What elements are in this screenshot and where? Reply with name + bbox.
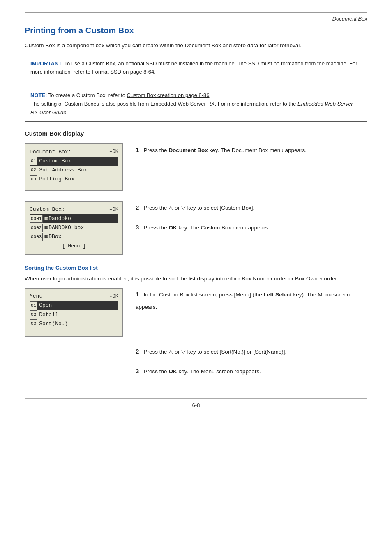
lcd1-text-2: Sub Address Box	[39, 166, 87, 175]
lcd3-num-1: 01	[30, 301, 37, 310]
lcd1-ok-icon: ✦OK	[109, 148, 118, 156]
page: Document Box Printing from a Custom Box …	[0, 0, 392, 555]
note-label: NOTE:	[30, 92, 47, 98]
footer: 6-8	[25, 398, 367, 408]
step1-text: 1 Press the Document Box key. The Docume…	[136, 145, 367, 158]
lcd1-text-1: Custom Box	[39, 157, 71, 166]
header-rule	[25, 12, 367, 13]
sorting-steps-container: 1 In the Custom Box list screen, press […	[136, 288, 367, 318]
step1-bold: Document Box	[168, 147, 208, 153]
lcd3-header: Menu: ✦OK	[30, 292, 118, 301]
step2-num: 2	[136, 203, 139, 213]
note-link1[interactable]: Custom Box creation on page 8-86	[127, 92, 210, 98]
note-text3: .	[66, 109, 68, 116]
lcd3-row: Menu: ✦OK 01 Open 02 Detail 03 Sort(No.)	[25, 288, 367, 336]
sorting-title: Sorting the Custom Box list	[25, 265, 367, 271]
sorting-step2-num: 2	[136, 347, 139, 356]
chapter-title: Document Box	[332, 16, 367, 22]
lcd1-header: Document Box: ✦OK	[30, 148, 118, 157]
lcd2-row: Custom Box: ✦OK 0001 ▦ Dandoko 0002 ▦ DA…	[25, 201, 367, 255]
lcd2-menu-text: [ Menu ]	[62, 242, 86, 250]
sorting-steps-23: 2 Press the △ or ▽ key to select [Sort(N…	[136, 347, 367, 386]
lcd3-text-3: Sort(No.)	[39, 319, 68, 328]
sorting-step2-text: 2 Press the △ or ▽ key to select [Sort(N…	[136, 347, 367, 360]
lcd1-num-1: 01	[30, 157, 37, 165]
lcd1-row-1-selected: 01 Custom Box	[30, 157, 118, 166]
lcd2-icon-2: ▦	[44, 223, 48, 232]
step2-text: 2 Press the △ or ▽ key to select [Custom…	[136, 203, 367, 216]
lcd2-menu-bar: [ Menu ]	[30, 242, 118, 250]
lcd2-container: Custom Box: ✦OK 0001 ▦ Dandoko 0002 ▦ DA…	[25, 201, 123, 255]
lcd3-text-1: Open	[39, 301, 52, 310]
important-label: IMPORTANT:	[30, 60, 63, 67]
important-link[interactable]: Format SSD on page 8-64	[92, 69, 154, 75]
lcd3-row-2: 02 Detail	[30, 310, 118, 319]
step1-num: 1	[136, 145, 139, 155]
lcd1-row-2: 02 Sub Address Box	[30, 166, 118, 175]
sorting-step1-num: 1	[136, 289, 139, 299]
note-box: NOTE: To create a Custom Box, refer to C…	[25, 87, 367, 121]
page-number: 6-8	[192, 402, 200, 408]
chapter-header: Document Box	[25, 16, 367, 22]
subsection-custom-box-display: Custom Box display	[25, 130, 367, 137]
lcd2-icon-1: ▦	[44, 214, 48, 223]
lcd3-container: Menu: ✦OK 01 Open 02 Detail 03 Sort(No.)	[25, 288, 123, 336]
important-text-after: .	[154, 69, 156, 75]
sorting-step3-num: 3	[136, 366, 139, 376]
lcd1-screen: Document Box: ✦OK 01 Custom Box 02 Sub A…	[25, 143, 123, 191]
intro-paragraph: Custom Box is a component box which you …	[25, 41, 367, 50]
sorting-steps-23-row: 2 Press the △ or ▽ key to select [Sort(N…	[25, 347, 367, 386]
lcd2-text-1: Dandoko	[48, 214, 71, 223]
lcd2-row-1-selected: 0001 ▦ Dandoko	[30, 214, 118, 223]
lcd3-text-2: Detail	[39, 310, 58, 319]
lcd1-num-3: 03	[30, 175, 37, 184]
important-box: IMPORTANT: To use a Custom Box, an optio…	[25, 55, 367, 81]
sorting-step3-bold: OK	[168, 368, 177, 375]
lcd3-row-1-selected: 01 Open	[30, 301, 118, 310]
sorting-step1-text: 1 In the Custom Box list screen, press […	[136, 289, 367, 312]
lcd1-num-2: 02	[30, 166, 37, 174]
sorting-step1-bold: Left Select	[263, 291, 291, 298]
lcd2-row-3: 0003 ▦ DBox	[30, 232, 118, 241]
sorting-step3-text: 3 Press the OK key. The Menu screen reap…	[136, 366, 367, 379]
lcd2-row-2: 0002 ▦ DANDOKO box	[30, 223, 118, 232]
lcd2-num-3: 0003	[30, 233, 43, 241]
important-text: To use a Custom Box, an optional SSD mus…	[30, 60, 357, 75]
lcd3-title: Menu:	[30, 292, 46, 301]
lcd2-screen: Custom Box: ✦OK 0001 ▦ Dandoko 0002 ▦ DA…	[25, 201, 123, 255]
step3-bold: OK	[168, 224, 177, 231]
lcd2-icon-3: ▦	[44, 232, 48, 241]
step3-num: 3	[136, 222, 139, 232]
lcd1-row: Document Box: ✦OK 01 Custom Box 02 Sub A…	[25, 143, 367, 191]
lcd2-ok-icon: ✦OK	[109, 206, 118, 214]
lcd3-screen: Menu: ✦OK 01 Open 02 Detail 03 Sort(No.)	[25, 288, 123, 336]
note-text1: To create a Custom Box, refer to	[48, 92, 127, 98]
lcd3-ok-icon: ✦OK	[109, 292, 118, 301]
step3-text: 3 Press the OK key. The Custom Box menu …	[136, 222, 367, 236]
lcd1-title: Document Box:	[30, 148, 71, 157]
lcd1-container: Document Box: ✦OK 01 Custom Box 02 Sub A…	[25, 143, 123, 191]
lcd2-num-2: 0002	[30, 224, 43, 232]
lcd3-row-3: 03 Sort(No.)	[30, 319, 118, 328]
lcd2-title: Custom Box:	[30, 205, 65, 214]
lcd3-num-2: 02	[30, 310, 37, 319]
lcd1-text-3: Polling Box	[39, 175, 74, 184]
lcd2-num-1: 0001	[30, 215, 43, 223]
sorting-body: When user login administration is enable…	[25, 274, 367, 283]
step1-container: 1 Press the Document Box key. The Docume…	[136, 143, 367, 165]
lcd1-row-3: 03 Polling Box	[30, 175, 118, 184]
lcd2-header: Custom Box: ✦OK	[30, 205, 118, 214]
sorting-spacer	[25, 347, 123, 386]
lcd2-text-2: DANDOKO box	[48, 223, 84, 232]
lcd2-text-3: DBox	[48, 232, 61, 241]
steps23-container: 2 Press the △ or ▽ key to select [Custom…	[136, 201, 367, 242]
lcd3-num-3: 03	[30, 319, 37, 328]
page-title: Printing from a Custom Box	[25, 26, 367, 35]
